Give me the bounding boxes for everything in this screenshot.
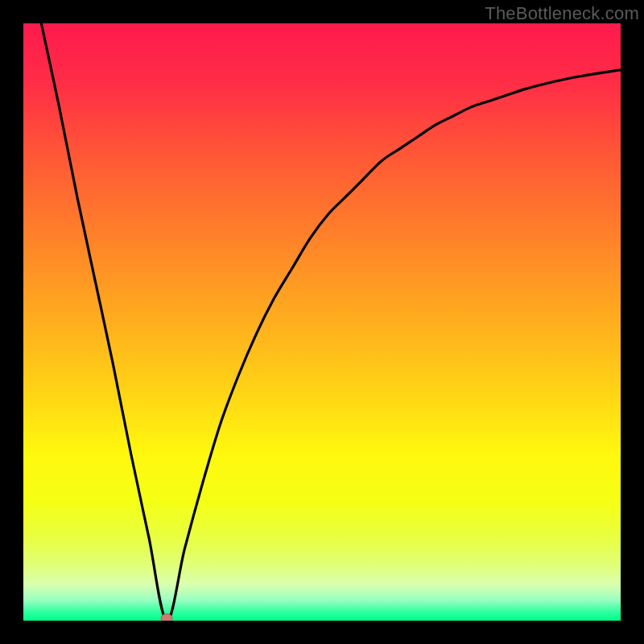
- chart-frame: [23, 23, 621, 621]
- chart-svg: [23, 23, 621, 621]
- watermark-text: TheBottleneck.com: [485, 3, 639, 24]
- optimum-marker: [161, 614, 172, 621]
- chart-background: [23, 23, 621, 621]
